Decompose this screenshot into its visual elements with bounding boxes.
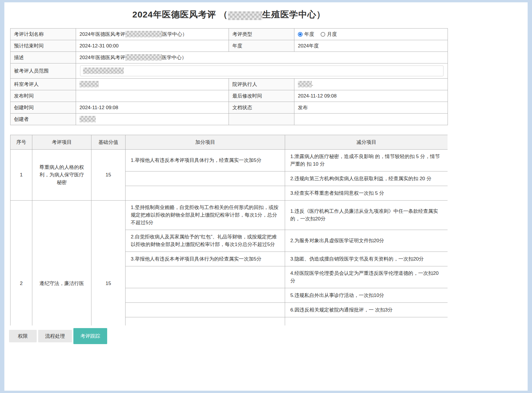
page-title-prefix: 2024年医德医风考评 （ (132, 10, 228, 19)
info-row-endtime: 预计结束时间 2024-12-31 00:00 年度 2024年度 (10, 40, 448, 52)
label-end-time: 预计结束时间 (10, 40, 76, 52)
value-dept-evaluator (76, 79, 229, 90)
label-publish-time: 发布时间 (10, 90, 76, 102)
redacted-mosaic (79, 81, 99, 87)
description-suffix: 医学中心） (162, 55, 187, 60)
cell-deduction: 1.违反《医疗机构工作人员廉洁从业九项准则》中任一条款经查属实的，一次扣20分 (285, 201, 448, 230)
score-table: 序号 考评项目 基础分值 加分项目 减分项目 1尊重病人的人格的权利，为病人保守… (10, 135, 448, 325)
score-table-body: 1尊重病人的人格的权利，为病人保守医疗秘密151.举报他人有违反本考评项目具体行… (10, 150, 448, 326)
info-row-create: 创建时间 2024-11-12 09:08 文档状态 发布 (10, 102, 448, 114)
value-type: 年度 月度 (294, 29, 448, 40)
value-publish-time (76, 90, 229, 102)
cell-bonus (126, 186, 285, 201)
hospital-executor-suffix: . (312, 81, 313, 87)
info-row-description: 描述 2024年医德医风考评医学中心） (10, 52, 448, 63)
cell-deduction (285, 317, 448, 326)
cell-bonus (126, 303, 285, 317)
label-scope: 被考评人员范围 (10, 63, 76, 79)
redacted-mosaic (125, 54, 162, 61)
header-bonus: 加分项目 (126, 135, 285, 150)
description-prefix: 2024年医德医风考评 (79, 55, 125, 60)
info-section: 考评计划名称 2024年医德医风考评医学中心） 考评类型 年度 月度 (10, 28, 448, 125)
cell-no: 1 (10, 150, 32, 201)
plan-name-suffix: 医学中心） (162, 31, 187, 37)
cell-deduction: 3.经查实不尊重患者知情同意权一次扣 5 分 (285, 186, 448, 201)
tab-permissions[interactable]: 权限 (9, 330, 37, 342)
info-row-publish: 发布时间 最后修改时间 2024-11-12 09:08 (10, 90, 448, 102)
label-dept-evaluator: 科室考评人 (10, 79, 76, 90)
cell-bonus (126, 266, 285, 288)
scope-input[interactable] (80, 66, 443, 76)
header-base-score: 基础分值 (91, 135, 126, 150)
info-row-plan: 考评计划名称 2024年医德医风考评医学中心） 考评类型 年度 月度 (10, 29, 448, 40)
header-deduction: 减分项目 (285, 135, 448, 150)
redacted-mosaic (228, 11, 262, 20)
cell-bonus: 1.举报他人有违反本考评项目具体行为，经查属实一次加5分 (126, 150, 285, 171)
cell-deduction: 5.违规私自外出从事诊疗活动，一次扣10分 (285, 288, 448, 303)
label-description: 描述 (10, 52, 76, 63)
cell-deduction: 6.因违反相关规定被院内通报批评，一 次扣3分 (285, 303, 448, 317)
value-scope (76, 63, 448, 79)
info-row-scope: 被考评人员范围 (10, 63, 448, 79)
type-radio-group: 年度 月度 (298, 31, 444, 38)
label-create-time: 创建时间 (10, 102, 76, 114)
header-item: 考评项目 (32, 135, 91, 150)
value-description: 2024年医德医风考评医学中心） (76, 52, 448, 63)
bottom-tab-bar: 权限 流程处理 考评跟踪 (9, 328, 528, 344)
radio-unselected-icon[interactable] (321, 32, 325, 37)
radio-monthly[interactable]: 月度 (321, 31, 337, 38)
cell-base-score: 15 (91, 150, 126, 201)
tab-tracking[interactable]: 考评跟踪 (73, 328, 107, 344)
radio-annual-label: 年度 (304, 31, 314, 38)
cell-bonus (126, 317, 285, 326)
redacted-mosaic (79, 116, 96, 122)
cell-base-score: 15 (91, 201, 126, 326)
value-doc-status: 发布 (294, 102, 448, 114)
value-create-time: 2024-11-12 09:08 (76, 102, 229, 114)
value-last-modified: 2024-11-12 09:08 (294, 90, 448, 102)
page-title-suffix: 生殖医学中心） (262, 10, 326, 19)
label-last-modified: 最后修改时间 (229, 90, 294, 102)
page-title: 2024年医德医风考评 （生殖医学中心） (10, 9, 448, 21)
score-sub-row: 1尊重病人的人格的权利，为病人保守医疗秘密151.举报他人有违反本考评项目具体行… (10, 150, 448, 171)
empty-label-cell (229, 114, 294, 125)
info-row-evaluators: 科室考评人 院评执行人 . (10, 79, 448, 90)
value-plan-name: 2024年医德医风考评医学中心） (76, 29, 229, 40)
info-row-creator: 创建者 (10, 114, 448, 125)
cell-bonus (126, 171, 285, 186)
page-card: 2024年医德医风考评 （生殖医学中心） 考评计划名称 2024年医德医风考评医… (4, 2, 528, 391)
label-doc-status: 文档状态 (229, 102, 294, 114)
empty-value-cell (294, 114, 448, 125)
label-plan-name: 考评计划名称 (10, 29, 76, 40)
cell-deduction: 1.泄露病人的医疗秘密，造成不良影响 的，情节较轻的扣 5 分，情节严重的 扣 … (285, 150, 448, 171)
radio-monthly-label: 月度 (327, 31, 337, 38)
score-table-header-row: 序号 考评项目 基础分值 加分项目 减分项目 (10, 135, 448, 150)
cell-bonus: 3.举报他人有违反本考评项目具体行为的经查属实一次加5分 (126, 252, 285, 266)
cell-item: 尊重病人的人格的权利，为病人保守医疗秘密 (32, 150, 91, 201)
radio-annual[interactable]: 年度 (298, 31, 314, 38)
value-end-time: 2024-12-31 00:00 (76, 40, 229, 52)
info-table: 考评计划名称 2024年医德医风考评医学中心） 考评类型 年度 月度 (10, 28, 448, 125)
header-no: 序号 (10, 135, 32, 150)
value-hospital-executor: . (294, 79, 448, 90)
cell-bonus: 1.坚持抵制商业贿赂，自觉拒收与工作相关的任何形式的回扣，或按规定把难以拒收的财… (126, 201, 285, 230)
cell-deduction: 4.经医院医学伦理委员会认定为严重违反医学伦理道德的，一次扣20分 (285, 266, 448, 288)
cell-bonus (126, 288, 285, 303)
value-creator (76, 114, 229, 125)
redacted-mosaic (298, 81, 312, 87)
redacted-mosaic (125, 31, 162, 37)
label-hospital-executor: 院评执行人 (229, 79, 294, 90)
radio-selected-icon[interactable] (298, 32, 303, 37)
cell-item: 遵纪守法，廉洁行医 (32, 201, 91, 326)
plan-name-prefix: 2024年医德医风考评 (79, 31, 125, 37)
tab-process[interactable]: 流程处理 (38, 330, 72, 342)
score-table-container: 序号 考评项目 基础分值 加分项目 减分项目 1尊重病人的人格的权利，为病人保守… (10, 135, 448, 325)
label-year: 年度 (229, 40, 294, 52)
cell-no: 2 (10, 201, 32, 326)
value-year: 2024年度 (294, 40, 448, 52)
cell-deduction: 3.隐匿、伪造或擅自销毁医学文书及有关资料的，一次扣20分 (285, 252, 448, 266)
cell-deduction: 2.违规向第三方机构倒卖病人信息获取利益，经查属实的扣 20 分 (285, 171, 448, 186)
label-creator: 创建者 (10, 114, 76, 125)
cell-bonus: 2.自觉拒收病人及其家属给予的“红包”、礼品等财物，或按规定把难以拒收的财物全部… (126, 230, 285, 252)
cell-deduction: 2.为服务对象出具虚假医学证明文件扣20分 (285, 230, 448, 252)
